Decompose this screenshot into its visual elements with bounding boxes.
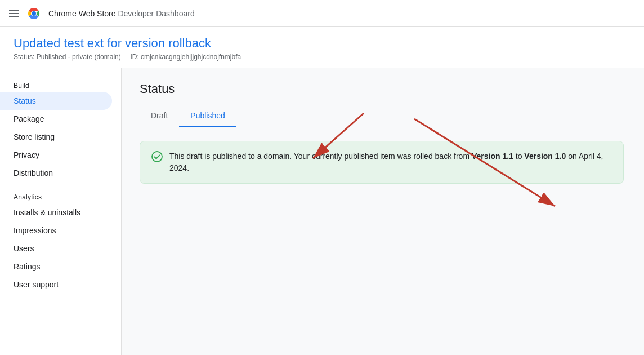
tabs: Draft Published <box>140 105 626 127</box>
layout: Build Status Package Store listing Priva… <box>0 68 644 355</box>
build-section-label: Build <box>0 77 121 92</box>
sidebar-item-distribution[interactable]: Distribution <box>0 164 112 182</box>
sidebar-item-privacy[interactable]: Privacy <box>0 146 112 164</box>
sidebar: Build Status Package Store listing Priva… <box>0 68 122 355</box>
status-label: Status: Published - private (domain) <box>14 53 121 61</box>
chrome-logo <box>26 6 42 21</box>
sidebar-item-user-support[interactable]: User support <box>0 276 112 294</box>
menu-icon[interactable] <box>9 10 19 17</box>
page-meta: Status: Published - private (domain) ID:… <box>14 53 630 61</box>
svg-point-3 <box>152 152 162 162</box>
sidebar-item-status[interactable]: Status <box>0 92 112 110</box>
sidebar-item-installs[interactable]: Installs & uninstalls <box>0 203 112 221</box>
version-to: Version 1.0 <box>524 152 566 161</box>
sidebar-item-store-listing[interactable]: Store listing <box>0 128 112 146</box>
sidebar-item-users[interactable]: Users <box>0 239 112 258</box>
svg-point-2 <box>32 11 36 16</box>
status-message-prefix: This draft is published to a domain. You… <box>169 152 472 161</box>
topbar: Chrome Web Store Developer Dashboard <box>0 0 644 27</box>
main-content: Status Draft Published This draft is pub… <box>122 68 644 355</box>
status-card: This draft is published to a domain. You… <box>140 141 624 184</box>
page-title: Updated test ext for version rollback <box>14 36 630 51</box>
section-title: Status <box>140 82 626 96</box>
tab-published[interactable]: Published <box>179 105 236 127</box>
sidebar-item-impressions[interactable]: Impressions <box>0 221 112 239</box>
tab-draft[interactable]: Draft <box>140 105 179 127</box>
page-header: Updated test ext for version rollback St… <box>0 27 644 68</box>
analytics-section-label: Analytics <box>0 189 121 203</box>
topbar-title: Chrome Web Store Developer Dashboard <box>48 9 195 18</box>
check-circle-icon <box>151 151 163 162</box>
sidebar-item-ratings[interactable]: Ratings <box>0 258 112 276</box>
version-from: Version 1.1 <box>472 152 513 161</box>
sidebar-item-package[interactable]: Package <box>0 110 112 128</box>
status-message-middle: to <box>513 152 524 161</box>
extension-id: ID: cmjcnkacgngjehljjghjcdnojfnmjbfa <box>130 53 241 61</box>
status-message-text: This draft is published to a domain. You… <box>169 150 612 174</box>
